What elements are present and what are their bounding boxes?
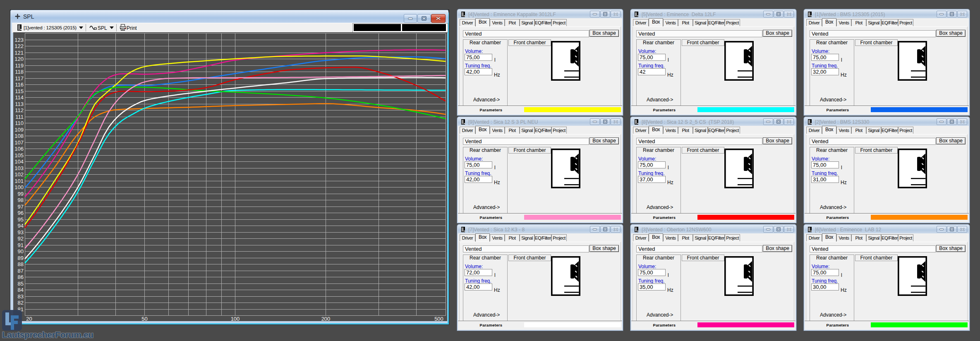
svg-text:115: 115 — [15, 88, 24, 94]
svg-text:113: 113 — [15, 101, 24, 107]
svg-text:107: 107 — [14, 139, 24, 146]
svg-text:84: 84 — [18, 287, 24, 293]
svg-text:122: 122 — [14, 43, 24, 49]
svg-text:99: 99 — [18, 191, 24, 197]
svg-text:103: 103 — [14, 165, 24, 171]
svg-text:118: 118 — [15, 69, 24, 75]
svg-text:97: 97 — [18, 204, 24, 210]
svg-text:109: 109 — [14, 127, 24, 133]
svg-text:101: 101 — [14, 178, 24, 184]
svg-text:100: 100 — [14, 184, 24, 190]
svg-text:111: 111 — [15, 114, 24, 120]
svg-text:20: 20 — [26, 316, 32, 321]
svg-text:110: 110 — [15, 120, 24, 126]
svg-text:91: 91 — [18, 242, 24, 248]
svg-text:50: 50 — [141, 316, 147, 321]
svg-text:94: 94 — [18, 223, 24, 229]
svg-text:96: 96 — [18, 210, 24, 216]
svg-text:88: 88 — [18, 261, 24, 267]
svg-text:119: 119 — [15, 62, 24, 69]
svg-text:123: 123 — [14, 37, 24, 43]
svg-text:200: 200 — [321, 316, 331, 321]
svg-text:92: 92 — [18, 235, 24, 242]
svg-text:90: 90 — [18, 248, 24, 255]
svg-text:95: 95 — [18, 216, 24, 223]
svg-text:116: 116 — [15, 82, 24, 88]
svg-text:117: 117 — [15, 75, 24, 82]
svg-text:98: 98 — [18, 197, 24, 203]
svg-text:86: 86 — [18, 274, 24, 280]
svg-text:85: 85 — [18, 281, 24, 287]
svg-text:87: 87 — [18, 268, 24, 274]
svg-text:108: 108 — [14, 133, 24, 139]
svg-text:106: 106 — [14, 146, 24, 152]
svg-text:104: 104 — [14, 158, 24, 165]
svg-text:82: 82 — [18, 300, 24, 306]
svg-text:120: 120 — [14, 56, 24, 62]
svg-text:93: 93 — [18, 229, 24, 235]
svg-text:121: 121 — [14, 50, 24, 56]
svg-text:100: 100 — [231, 316, 240, 321]
svg-text:102: 102 — [14, 171, 24, 178]
svg-text:105: 105 — [14, 152, 24, 158]
svg-text:500: 500 — [434, 316, 443, 321]
svg-text:89: 89 — [18, 255, 24, 261]
svg-text:83: 83 — [18, 293, 24, 300]
svg-text:114: 114 — [15, 94, 24, 101]
svg-text:112: 112 — [15, 107, 24, 113]
